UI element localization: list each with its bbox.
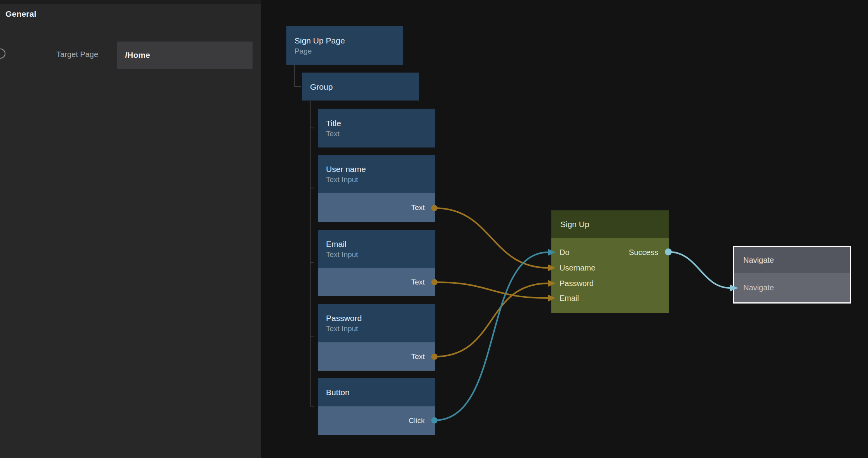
node-button[interactable]: Button Click bbox=[318, 378, 435, 435]
node-title: Sign Up bbox=[560, 219, 589, 230]
node-header: User name Text Input bbox=[318, 155, 435, 193]
properties-panel: General Target Page /Home bbox=[0, 0, 261, 458]
node-body: Do Username Password Email Success bbox=[551, 238, 669, 313]
circle-icon[interactable] bbox=[0, 49, 5, 59]
node-type-label: Text Input bbox=[326, 250, 435, 260]
node-sign-up-page[interactable]: Sign Up Page Page bbox=[286, 26, 403, 65]
node-editor-app: General Target Page /Home Sign Up Page P… bbox=[0, 0, 868, 458]
panel-heading: General bbox=[5, 9, 37, 19]
input-port-navigate[interactable]: Navigate bbox=[743, 283, 774, 292]
node-sign-up-action[interactable]: Sign Up Do Username Password Email Succe… bbox=[551, 210, 669, 313]
port-row: Text bbox=[318, 268, 435, 296]
node-password[interactable]: Password Text Input Text bbox=[318, 304, 435, 371]
node-header: Password Text Input bbox=[318, 304, 435, 342]
input-port-email[interactable]: Email bbox=[559, 293, 579, 303]
node-type-label: Text Input bbox=[326, 324, 435, 334]
output-port-success[interactable]: Success bbox=[629, 248, 658, 257]
node-header: Button bbox=[318, 378, 435, 406]
node-navigate[interactable]: Navigate Navigate bbox=[733, 246, 851, 304]
port-row: Text bbox=[318, 342, 435, 371]
port-row: Text bbox=[318, 193, 435, 222]
node-header: Sign Up bbox=[551, 210, 669, 238]
node-body: Navigate bbox=[734, 273, 850, 302]
input-port-password[interactable]: Password bbox=[559, 279, 594, 288]
node-title: Navigate bbox=[743, 256, 774, 265]
node-title: Title bbox=[326, 118, 435, 129]
panel-top-divider bbox=[0, 0, 261, 4]
node-type-label: Text bbox=[326, 129, 435, 139]
node-title: Sign Up Page bbox=[295, 35, 403, 46]
input-port-do[interactable]: Do bbox=[559, 248, 570, 257]
target-page-label: Target Page bbox=[56, 50, 109, 59]
output-port-text[interactable]: Text bbox=[411, 278, 425, 286]
output-port-click[interactable]: Click bbox=[409, 416, 425, 425]
node-email[interactable]: Email Text Input Text bbox=[318, 230, 435, 296]
node-header: Navigate bbox=[734, 247, 850, 273]
node-title: Password bbox=[326, 312, 435, 324]
output-port-text[interactable]: Text bbox=[411, 352, 425, 361]
node-title-text[interactable]: Title Text bbox=[318, 109, 435, 147]
node-user-name[interactable]: User name Text Input Text bbox=[318, 155, 435, 222]
node-header: Email Text Input bbox=[318, 230, 435, 268]
node-title: Button bbox=[326, 387, 435, 398]
output-port-text[interactable]: Text bbox=[411, 203, 425, 212]
port-row: Click bbox=[318, 406, 435, 435]
node-title: Group bbox=[310, 81, 419, 92]
node-title: User name bbox=[326, 163, 435, 175]
node-type-label: Page bbox=[295, 46, 403, 56]
node-group[interactable]: Group bbox=[302, 73, 419, 101]
target-page-input[interactable]: /Home bbox=[117, 42, 253, 69]
node-title: Email bbox=[326, 238, 435, 250]
input-port-username[interactable]: Username bbox=[559, 263, 595, 272]
node-type-label: Text Input bbox=[326, 175, 435, 185]
